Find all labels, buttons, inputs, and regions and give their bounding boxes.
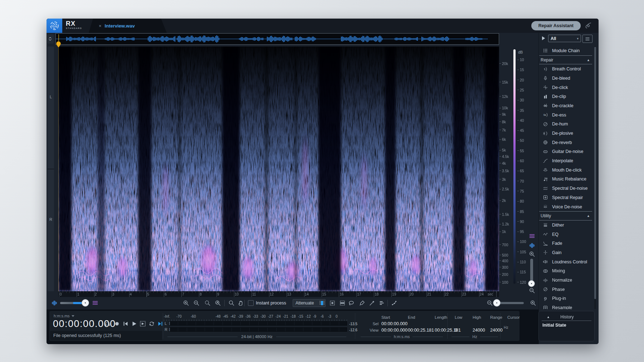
zoom-selection-button[interactable] — [203, 299, 212, 307]
select-time-frequency-tool[interactable] — [328, 299, 337, 307]
section-header-repair[interactable]: Repair▲ — [539, 55, 592, 65]
overview-collapse-button[interactable] — [47, 34, 54, 44]
view-end-value[interactable]: 00:00:25.181 — [408, 328, 434, 333]
tab-filename[interactable]: Interview.wav — [105, 23, 135, 29]
section-header-utility[interactable]: Utility▲ — [539, 211, 592, 220]
module-filter-select[interactable]: All ▾ — [548, 35, 581, 42]
panel-menu-button[interactable] — [582, 35, 592, 43]
play-button[interactable] — [130, 320, 138, 328]
playhead-marker[interactable] — [56, 41, 61, 48]
instant-process-checkbox[interactable] — [248, 300, 254, 306]
play-selection-button[interactable] — [156, 320, 164, 328]
module-item-loudness-control[interactable]: Loudness Control — [539, 257, 592, 267]
freq-col-low: Low — [455, 315, 462, 319]
view-start-value[interactable]: 00:00:00.000 — [381, 328, 408, 333]
module-filter-value: All — [551, 36, 556, 41]
freq-high-value[interactable]: 24000 — [473, 328, 485, 333]
freq-range-value[interactable]: 24000 — [490, 328, 503, 333]
time-tick-label: 7 — [182, 292, 184, 296]
mixing-icon — [543, 268, 548, 274]
skip-back-button[interactable] — [122, 320, 130, 328]
module-item-eq[interactable]: EQ — [539, 230, 592, 239]
spectrogram-view-icon[interactable] — [528, 232, 536, 240]
spectrogram-canvas[interactable] — [58, 46, 499, 291]
module-item-plug-in[interactable]: Plug-in — [539, 294, 592, 303]
section-title: Repair — [541, 58, 553, 63]
zoom-fit-button[interactable] — [214, 299, 222, 307]
record-button[interactable] — [113, 320, 121, 328]
module-item-gain[interactable]: Gain — [539, 248, 592, 257]
svg-text:Ss: Ss — [543, 114, 546, 116]
magic-wand-tool[interactable] — [368, 299, 376, 307]
module-item-de-ess[interactable]: SsDe-ess — [539, 110, 592, 120]
preview-play-icon[interactable] — [539, 34, 548, 43]
module-item-fade[interactable]: Fade — [539, 239, 592, 248]
history-item[interactable]: Initial State — [542, 323, 566, 328]
module-chain-icon — [543, 48, 548, 53]
select-frequency-tool[interactable] — [338, 299, 347, 307]
collapse-icon[interactable]: ▲ — [587, 214, 590, 218]
zoom-in-button[interactable] — [182, 299, 190, 307]
module-item-de-crackle[interactable]: De-crackle — [539, 101, 592, 110]
module-item-mixing[interactable]: Mixing — [539, 267, 592, 276]
find-similar-tool[interactable] — [377, 299, 386, 307]
signal-flow-icon[interactable] — [584, 21, 592, 29]
waveform-view-icon[interactable] — [528, 242, 536, 249]
history-collapse-icon[interactable]: ▲ — [547, 315, 550, 319]
db-tick: 20 — [517, 78, 524, 82]
horizontal-zoom-in-button[interactable] — [529, 299, 537, 307]
module-item-normalize[interactable]: Normalize — [539, 276, 592, 285]
module-item-de-plosive[interactable]: De-plosive — [539, 129, 592, 138]
meter-scale-label: -33 — [253, 314, 258, 318]
history-header[interactable]: ▲ History — [542, 313, 591, 321]
tab-close-icon[interactable]: × — [99, 23, 102, 29]
hand-tool-button[interactable] — [236, 299, 245, 307]
channel-strip[interactable]: L R — [48, 46, 54, 291]
scrollbar-thumb[interactable] — [594, 47, 596, 299]
module-item-interpolate[interactable]: Interpolate — [539, 156, 592, 165]
module-list-scrollbar[interactable] — [594, 46, 596, 309]
repair-assistant-button[interactable]: Repair Assistant — [531, 21, 581, 30]
module-item-resample[interactable]: Resample — [539, 303, 592, 309]
vertical-zoom-in-button[interactable] — [528, 250, 536, 258]
zoom-out-button[interactable] — [192, 299, 201, 307]
module-item-breath-control[interactable]: Breath Control — [539, 64, 592, 74]
monitor-headphones-button[interactable] — [104, 320, 112, 328]
sel-start-value[interactable]: 00:00:00.000 — [381, 321, 408, 326]
time-tick-label: 20 — [410, 292, 414, 296]
module-item-dither[interactable]: Dither — [539, 220, 592, 230]
module-item-de-bleed[interactable]: De-bleed — [539, 74, 592, 83]
preview-play-button[interactable] — [139, 320, 147, 328]
module-item-guitar-de-noise[interactable]: Guitar De-noise — [539, 147, 592, 157]
module-item-phase[interactable]: Phase — [539, 285, 592, 294]
module-item-de-clip[interactable]: De-clip — [539, 92, 592, 101]
draw-curve-tool[interactable] — [390, 299, 399, 307]
file-tab[interactable]: × Interview.wav — [89, 19, 167, 33]
module-item-de-click[interactable]: De-click — [539, 83, 592, 92]
select-time-tool[interactable] — [318, 299, 326, 307]
horizontal-zoom-knob[interactable] — [493, 299, 501, 307]
time-format-select[interactable]: h:m:s.ms — [54, 314, 74, 318]
module-item-de-hum[interactable]: De-hum — [539, 120, 592, 129]
module-label: De-crackle — [552, 103, 574, 108]
magnifier-tool-button[interactable] — [227, 299, 236, 307]
module-item-spectral-repair[interactable]: Spectral Repair — [539, 193, 592, 202]
vertical-zoom-out-button[interactable] — [528, 287, 536, 294]
gain-icon — [543, 250, 548, 255]
waveform-spectrogram-balance-knob[interactable] — [82, 299, 89, 307]
brush-tool[interactable] — [358, 299, 366, 307]
module-item-voice-de-noise[interactable]: Voice De-noise — [539, 202, 592, 212]
collapse-icon[interactable]: ▲ — [587, 58, 590, 62]
loop-button[interactable] — [148, 320, 156, 328]
module-item-mouth-de-click[interactable]: Mouth De-click — [539, 165, 592, 175]
freq-low-value[interactable]: 0 — [455, 328, 457, 333]
time-ruler[interactable]: 0123456789101112131415161718192021222324… — [58, 291, 499, 297]
module-item-spectral-de-noise[interactable]: Spectral De-noise — [539, 184, 592, 193]
lasso-tool[interactable] — [347, 299, 356, 307]
module-chain-item[interactable]: Module Chain — [539, 46, 592, 55]
module-item-de-reverb[interactable]: De-reverb — [539, 138, 592, 147]
module-item-music-rebalance[interactable]: Music Rebalance — [539, 175, 592, 184]
format-info-text: 24-bit | 48000 Hz — [241, 334, 272, 339]
vertical-zoom-knob[interactable] — [528, 280, 535, 287]
waveform-overview[interactable] — [55, 33, 499, 45]
